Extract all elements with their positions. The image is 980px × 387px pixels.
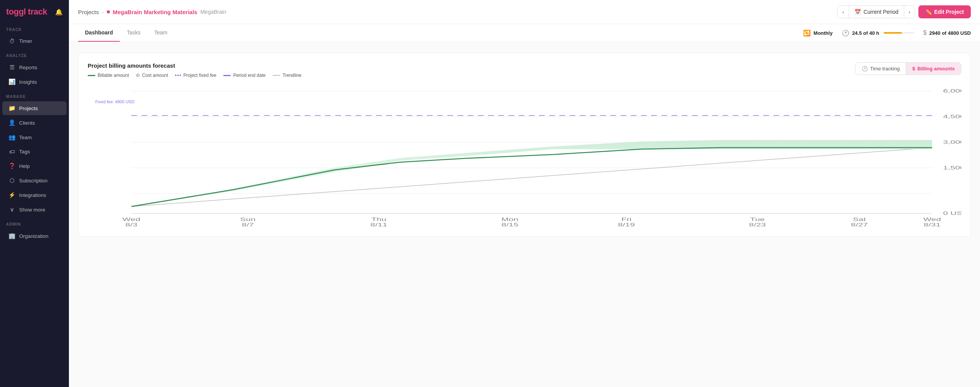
tab-bar: Dashboard Tasks Team 🔁 Monthly 🕐 24.5 of… xyxy=(69,24,980,42)
sidebar-item-projects[interactable]: 📁 Projects xyxy=(2,101,67,115)
subscription-icon: ⬡ xyxy=(8,177,15,184)
project-color-dot xyxy=(107,10,110,13)
time-tracking-toggle-button[interactable]: 🕐 Time tracking xyxy=(856,63,906,75)
sidebar-item-team-label: Team xyxy=(19,135,32,140)
legend-fixed-fee-icon xyxy=(175,75,181,76)
breadcrumb-home[interactable]: Projects xyxy=(78,9,99,15)
dollar-small-icon: $ xyxy=(912,66,915,72)
sidebar-item-help-label: Help xyxy=(19,163,30,169)
sidebar-item-reports[interactable]: ☰ Reports xyxy=(2,60,67,74)
legend-billable-icon xyxy=(88,75,95,76)
legend-period-end-icon xyxy=(223,75,231,76)
breadcrumb-project[interactable]: MegaBrain Marketing Materials xyxy=(113,9,198,15)
refresh-icon: 🔁 xyxy=(803,29,811,37)
insights-icon: 📊 xyxy=(8,78,15,85)
sidebar-item-clients[interactable]: 👤 Clients xyxy=(2,116,67,130)
chart-legend: Billable amount Cost amount Project fixe… xyxy=(88,73,301,78)
projects-icon: 📁 xyxy=(8,105,15,112)
sidebar-item-organization-label: Organization xyxy=(19,233,49,239)
chart-header: Project billing amounts forecast Billabl… xyxy=(88,62,961,78)
legend-trendline-icon xyxy=(273,75,280,76)
billing-amounts-toggle-button[interactable]: $ Billing amounts xyxy=(906,63,961,75)
chart-toggle: 🕐 Time tracking $ Billing amounts xyxy=(855,62,961,75)
legend-fixed-fee-label: Project fixed fee xyxy=(183,73,216,78)
sidebar-item-integrations[interactable]: ⚡ Integrations xyxy=(2,188,67,202)
legend-trendline: Trendline xyxy=(273,73,302,78)
billing-amounts-label: Billing amounts xyxy=(918,66,955,72)
svg-text:0 USD: 0 USD xyxy=(943,211,961,216)
sidebar-item-insights[interactable]: 📊 Insights xyxy=(2,75,67,89)
header-right: ‹ 📅 Current Period › ✏️ Edit Project xyxy=(837,5,971,18)
dollar-icon: $ xyxy=(923,29,927,36)
tab-team[interactable]: Team xyxy=(147,24,174,42)
svg-text:Tue: Tue xyxy=(750,217,764,222)
svg-text:8/27: 8/27 xyxy=(851,222,868,228)
time-progress-fill xyxy=(884,32,902,34)
sidebar-item-subscription[interactable]: ⬡ Subscription xyxy=(2,174,67,187)
period-label-text: Current Period xyxy=(864,9,898,15)
billing-stat: $ 2940 of 4800 USD xyxy=(923,29,971,36)
svg-text:3,000 USD: 3,000 USD xyxy=(943,140,961,145)
chart-title: Project billing amounts forecast xyxy=(88,62,301,69)
sidebar-item-reports-label: Reports xyxy=(19,65,37,70)
tab-dashboard[interactable]: Dashboard xyxy=(78,24,120,42)
svg-text:8/23: 8/23 xyxy=(749,222,766,228)
sidebar: toggl track 🔔 TRACK ⏱ Timer ANALYZE ☰ Re… xyxy=(0,0,69,387)
tab-tasks[interactable]: Tasks xyxy=(120,24,147,42)
sidebar-item-show-more[interactable]: ∨ Show more xyxy=(2,203,67,216)
svg-text:6,000 USD: 6,000 USD xyxy=(943,88,961,94)
team-icon: 👥 xyxy=(8,134,15,141)
svg-text:Mon: Mon xyxy=(501,217,518,222)
period-nav: ‹ 📅 Current Period › xyxy=(837,5,915,18)
calendar-icon: 📅 xyxy=(854,9,861,15)
svg-text:Wed: Wed xyxy=(923,217,941,222)
sidebar-item-team[interactable]: 👥 Team xyxy=(2,130,67,144)
fixed-fee-label: Fixed fee: 4800 USD xyxy=(95,99,134,104)
chevron-down-icon: ∨ xyxy=(8,206,15,213)
time-tracked-value: 24.5 of 40 h xyxy=(852,30,879,36)
time-tracking-label: Time tracking xyxy=(870,66,900,72)
svg-text:Sat: Sat xyxy=(853,217,866,222)
notification-bell-icon[interactable]: 🔔 xyxy=(55,8,63,16)
svg-text:Thu: Thu xyxy=(371,217,386,222)
section-admin: ADMIN xyxy=(0,217,69,229)
sidebar-item-projects-label: Projects xyxy=(19,106,38,111)
svg-text:8/7: 8/7 xyxy=(242,222,254,228)
tab-stats: 🔁 Monthly 🕐 24.5 of 40 h $ 2940 of 4800 … xyxy=(803,29,971,37)
svg-text:Wed: Wed xyxy=(122,217,140,222)
sidebar-item-organization[interactable]: 🏢 Organization xyxy=(2,229,67,243)
edit-project-label: Edit Project xyxy=(934,9,964,15)
chart-title-area: Project billing amounts forecast Billabl… xyxy=(88,62,301,78)
chart-container: Fixed fee: 4800 USD xyxy=(88,83,961,230)
period-next-button[interactable]: › xyxy=(904,6,915,18)
legend-period-end: Period end date xyxy=(223,73,266,78)
sidebar-item-timer[interactable]: ⏱ Timer xyxy=(2,34,67,48)
svg-text:8/15: 8/15 xyxy=(501,222,518,228)
svg-text:8/19: 8/19 xyxy=(618,222,635,228)
edit-project-button[interactable]: ✏️ Edit Project xyxy=(918,5,971,18)
svg-marker-13 xyxy=(131,140,932,207)
sidebar-item-help[interactable]: ❓ Help xyxy=(2,159,67,173)
svg-text:Sun: Sun xyxy=(240,217,256,222)
sidebar-logo: toggl track 🔔 xyxy=(0,0,69,22)
legend-fixed-fee: Project fixed fee xyxy=(175,73,216,78)
sidebar-item-tags[interactable]: 🏷 Tags xyxy=(2,145,67,158)
legend-cost: Cost amount xyxy=(136,73,168,78)
main-content: Projects › MegaBrain Marketing Materials… xyxy=(69,0,980,387)
period-selector-stat[interactable]: 🔁 Monthly xyxy=(803,29,833,37)
clock-icon: 🕐 xyxy=(842,29,849,37)
svg-text:4,500 USD: 4,500 USD xyxy=(943,114,961,119)
reports-icon: ☰ xyxy=(8,64,15,71)
svg-line-12 xyxy=(131,148,932,207)
billing-chart: 6,000 USD 4,500 USD 3,000 USD 1,500 USD … xyxy=(88,83,961,229)
breadcrumb: Projects › MegaBrain Marketing Materials… xyxy=(78,9,226,15)
section-analyze: ANALYZE xyxy=(0,48,69,60)
legend-cost-label: Cost amount xyxy=(142,73,168,78)
period-prev-button[interactable]: ‹ xyxy=(838,6,848,18)
sidebar-item-integrations-label: Integrations xyxy=(19,192,46,198)
content-area: Project billing amounts forecast Billabl… xyxy=(69,42,980,387)
clients-icon: 👤 xyxy=(8,119,15,126)
legend-billable-label: Billable amount xyxy=(98,73,129,78)
sidebar-item-show-more-label: Show more xyxy=(19,207,45,213)
chart-section: Project billing amounts forecast Billabl… xyxy=(78,53,971,237)
